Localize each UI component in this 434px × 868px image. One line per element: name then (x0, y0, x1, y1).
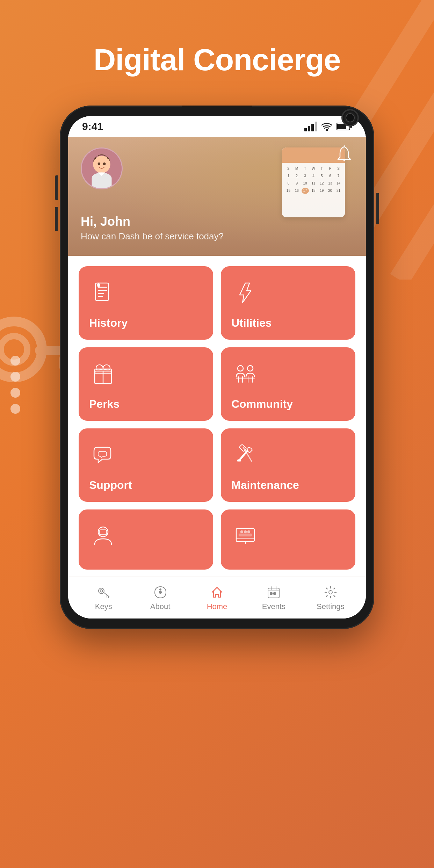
status-bar: 9:41 (68, 116, 366, 137)
notification-bell[interactable] (337, 145, 352, 163)
svg-point-65 (329, 591, 332, 594)
tile-utilities[interactable]: Utilities (221, 266, 355, 340)
tiles-grid: $ History Utilities (79, 266, 355, 570)
phone-volume-down (55, 207, 58, 231)
signal-icon (304, 122, 317, 131)
tile-device[interactable] (221, 509, 355, 570)
maintenance-icon (231, 441, 259, 469)
phone-frame: 9:41 (60, 106, 374, 629)
utilities-label: Utilities (231, 317, 272, 330)
svg-rect-10 (311, 124, 314, 131)
history-icon: $ (89, 279, 117, 307)
svg-rect-51 (239, 534, 252, 536)
svg-marker-27 (240, 283, 251, 303)
tile-community[interactable]: Community (221, 347, 355, 421)
svg-point-12 (326, 129, 327, 131)
tile-maintenance[interactable]: Maintenance (221, 428, 355, 502)
phone-camera (341, 109, 359, 126)
maintenance-label: Maintenance (231, 479, 299, 492)
svg-point-31 (238, 366, 243, 371)
svg-rect-11 (315, 122, 317, 131)
hero-subtitle: How can Dash be of service today? (81, 231, 224, 242)
device-icon (231, 522, 259, 550)
utilities-icon (231, 279, 259, 307)
events-tab-label: Events (262, 602, 285, 611)
phone-screen: 9:41 (68, 116, 366, 619)
svg-rect-9 (308, 126, 310, 131)
svg-point-57 (159, 591, 161, 593)
history-label: History (89, 317, 128, 330)
community-icon (231, 360, 259, 388)
events-tab-icon (266, 585, 281, 600)
calendar-grid: SMTWTFS 1234567 891011121314 15161718192… (282, 163, 345, 197)
svg-point-58 (160, 589, 161, 590)
about-tab-icon (153, 585, 168, 600)
page-title: Digital Concierge (94, 42, 341, 78)
svg-rect-43 (100, 530, 107, 535)
hero-greeting: Hi, John (81, 214, 224, 229)
home-tab-icon (209, 585, 225, 600)
tab-bar: Keys About (68, 577, 366, 619)
settings-tab-icon (323, 585, 338, 600)
phone-power-button (376, 193, 379, 224)
tile-perks[interactable]: Perks (79, 347, 213, 421)
home-tab-label: Home (207, 602, 227, 611)
svg-point-50 (248, 531, 250, 533)
svg-point-48 (241, 531, 243, 533)
tab-keys[interactable]: Keys (86, 585, 121, 611)
hero-banner: SMTWTFS 1234567 891011121314 15161718192… (68, 137, 366, 256)
svg-rect-8 (304, 128, 307, 131)
user-avatar (81, 147, 123, 189)
main-content: $ History Utilities (68, 256, 366, 577)
keys-tab-icon (96, 585, 111, 600)
avatar-illustration (82, 147, 122, 189)
svg-point-53 (100, 589, 103, 592)
bg-dots-decoration (10, 349, 20, 420)
support-label: Support (89, 479, 132, 492)
svg-rect-64 (274, 593, 276, 594)
svg-point-19 (98, 162, 101, 165)
support-icon (89, 441, 117, 469)
svg-point-32 (247, 366, 253, 371)
tab-home[interactable]: Home (200, 585, 234, 611)
phone-volume-up (55, 175, 58, 200)
wifi-icon (321, 122, 332, 131)
hero-calendar-decoration: SMTWTFS 1234567 891011121314 15161718192… (282, 147, 345, 217)
svg-point-49 (244, 531, 246, 533)
tab-events[interactable]: Events (256, 585, 291, 611)
about-tab-label: About (150, 602, 171, 611)
svg-line-7 (399, 0, 434, 280)
community-label: Community (231, 398, 293, 411)
phone-notch (182, 106, 252, 115)
person-id-icon (89, 522, 117, 550)
status-time: 9:41 (82, 121, 103, 132)
tile-support[interactable]: Support (79, 428, 213, 502)
settings-tab-label: Settings (317, 602, 345, 611)
hero-text-container: Hi, John How can Dash be of service toda… (81, 214, 224, 242)
svg-text:$: $ (97, 283, 100, 287)
svg-rect-63 (270, 593, 272, 594)
tile-person-id[interactable] (79, 509, 213, 570)
perks-label: Perks (89, 398, 120, 411)
tile-history[interactable]: $ History (79, 266, 213, 340)
svg-point-52 (99, 588, 104, 594)
perks-icon (89, 360, 117, 388)
svg-point-20 (103, 162, 106, 165)
calendar-header (282, 147, 345, 163)
tab-settings[interactable]: Settings (313, 585, 348, 611)
keys-tab-label: Keys (95, 602, 112, 611)
tab-about[interactable]: About (143, 585, 178, 611)
